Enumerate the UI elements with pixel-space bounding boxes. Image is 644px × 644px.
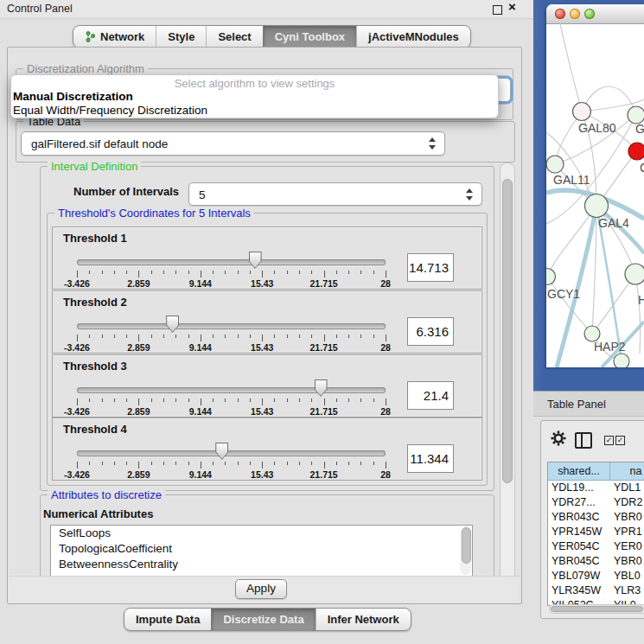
list-scrollbar-thumb[interactable] xyxy=(462,527,471,564)
group-title: Interval Definition xyxy=(48,160,141,173)
table-panel-titlebar: Table Panel xyxy=(533,391,644,417)
cyni-mode-tabs: Impute DataDiscretize DataInfer Network xyxy=(124,608,411,631)
table-panel-title: Table Panel xyxy=(547,398,606,411)
table-row[interactable]: YDR27...YDR2 xyxy=(548,495,644,510)
tick-mark xyxy=(175,271,176,274)
tab-network[interactable]: Network xyxy=(73,26,156,48)
tab-select[interactable]: Select xyxy=(206,26,262,48)
tick-label: -3.426 xyxy=(53,406,101,417)
threshold-value-field[interactable]: 6.316 xyxy=(407,317,454,346)
tab-jactivemnodules[interactable]: jActiveMNodules xyxy=(356,26,470,48)
table-cell: YBR0 xyxy=(610,554,644,569)
table-cell: YDR2 xyxy=(610,495,644,510)
tick-mark xyxy=(89,462,90,465)
slider-track[interactable] xyxy=(77,259,386,265)
table-hscrollbar-thumb[interactable] xyxy=(551,606,643,612)
network-canvas[interactable]: GAL80GACGAL11GAL4GCY1HHAP2 xyxy=(546,23,644,367)
tab-cyni-toolbox[interactable]: Cyni Toolbox xyxy=(263,26,356,48)
table-data-combobox[interactable]: galFiltered.sif default node xyxy=(21,131,445,156)
tick-mark xyxy=(274,462,275,465)
tab-discretize-data[interactable]: Discretize Data xyxy=(211,609,315,630)
tick-mark xyxy=(287,399,288,402)
table-row[interactable]: YPR145WYPR1 xyxy=(548,525,644,539)
group-title: Threshold's Coordinates for 5 Intervals xyxy=(54,207,254,220)
tick-mark xyxy=(126,271,127,274)
minimize-traffic-light-icon[interactable] xyxy=(570,9,580,19)
attribute-item-selfloops[interactable]: SelfLoops xyxy=(51,526,472,541)
tick-mark xyxy=(386,271,386,277)
slider-track[interactable] xyxy=(77,450,386,456)
close-icon[interactable]: × xyxy=(508,0,516,14)
table-hscrollbar[interactable] xyxy=(549,604,644,614)
node-label: H xyxy=(638,293,644,307)
panel-scrollbar[interactable] xyxy=(500,163,515,592)
tab-style[interactable]: Style xyxy=(156,26,206,48)
checkbox-icon[interactable]: ✓ xyxy=(615,436,625,445)
column-header-na[interactable]: na xyxy=(610,462,644,481)
algorithm-option-equal-width-frequency-discretization[interactable]: Equal Width/Frequency Discretization xyxy=(11,104,498,118)
control-panel-tabs: NetworkStyleSelectCyni ToolboxjActiveMNo… xyxy=(73,25,471,48)
algorithm-option-manual-discretization[interactable]: Manual Discretization xyxy=(11,90,498,104)
tick-mark xyxy=(238,399,239,402)
network-node-gal4[interactable] xyxy=(585,194,609,218)
table-row[interactable]: YDL19...YDL1 xyxy=(548,481,644,495)
panel-scrollbar-thumb[interactable] xyxy=(502,179,513,483)
tick-mark xyxy=(114,335,115,338)
network-node-h[interactable] xyxy=(625,264,644,284)
table-row[interactable]: YBR045CYBR0 xyxy=(548,554,644,569)
tab-infer-network[interactable]: Infer Network xyxy=(316,609,411,630)
threshold-value-field[interactable]: 21.4 xyxy=(407,381,454,410)
table-cell: YER0 xyxy=(610,539,644,554)
tick-mark xyxy=(163,399,164,402)
tick-label: 28 xyxy=(361,278,410,289)
columns-icon[interactable] xyxy=(575,432,592,449)
tick-mark xyxy=(324,335,325,341)
network-node-gal11[interactable] xyxy=(546,156,564,173)
tick-mark xyxy=(151,399,152,402)
apply-button[interactable]: Apply xyxy=(235,579,287,599)
threshold-value-field[interactable]: 14.713 xyxy=(407,253,454,282)
gear-icon[interactable] xyxy=(551,430,566,446)
column-header-shared-[interactable]: shared... xyxy=(548,462,610,481)
zoom-traffic-light-icon[interactable] xyxy=(584,9,595,19)
tick-mark xyxy=(89,271,90,274)
attribute-item-topologicalcoefficient[interactable]: TopologicalCoefficient xyxy=(51,541,472,557)
slider-track[interactable] xyxy=(77,387,386,393)
tick-label: -3.426 xyxy=(53,278,101,289)
number-of-intervals-combobox[interactable]: 5 xyxy=(188,182,482,206)
popup-hint: Select algorithm to view settings xyxy=(11,77,498,90)
network-node-ga[interactable] xyxy=(628,106,644,124)
float-icon[interactable] xyxy=(493,5,502,15)
slider-thumb[interactable] xyxy=(166,316,179,333)
attribute-item-betweennesscentrality[interactable]: BetweennessCentrality xyxy=(51,557,472,572)
table-row[interactable]: YBL079WYBL0 xyxy=(548,569,644,583)
tick-mark xyxy=(336,335,337,338)
network-node-gcy1[interactable] xyxy=(546,269,556,285)
network-node-c[interactable] xyxy=(628,143,644,160)
checkbox-icon[interactable]: ✓ xyxy=(604,436,614,445)
tick-mark xyxy=(348,335,349,338)
list-scrollbar[interactable] xyxy=(460,526,471,575)
numerical-attributes-list: SelfLoopsTopologicalCoefficientBetweenne… xyxy=(50,525,473,577)
slider-thumb[interactable] xyxy=(315,379,328,397)
tick-mark xyxy=(348,462,349,465)
threshold-value-field[interactable]: 11.344 xyxy=(407,444,454,473)
tick-mark xyxy=(175,335,176,338)
tab-impute-data[interactable]: Impute Data xyxy=(124,609,211,630)
close-traffic-light-icon[interactable] xyxy=(555,9,565,19)
numerical-attributes-label: Numerical Attributes xyxy=(43,507,153,520)
tick-mark xyxy=(238,335,239,338)
table-row[interactable]: YLR345WYLR3 xyxy=(548,583,644,598)
table-row[interactable]: YBR043CYBR0 xyxy=(548,510,644,525)
network-window-titlebar[interactable] xyxy=(546,4,644,24)
table-row[interactable]: YER054CYER0 xyxy=(548,539,644,554)
slider-thumb[interactable] xyxy=(249,252,262,269)
tick-mark xyxy=(373,462,374,465)
tick-mark xyxy=(213,399,214,402)
tab-label: Select xyxy=(218,30,251,43)
slider-thumb[interactable] xyxy=(215,443,228,460)
network-node-gal80[interactable] xyxy=(573,103,591,121)
slider-track[interactable] xyxy=(77,323,386,329)
network-node[interactable] xyxy=(614,354,629,367)
tick-mark xyxy=(250,271,251,274)
